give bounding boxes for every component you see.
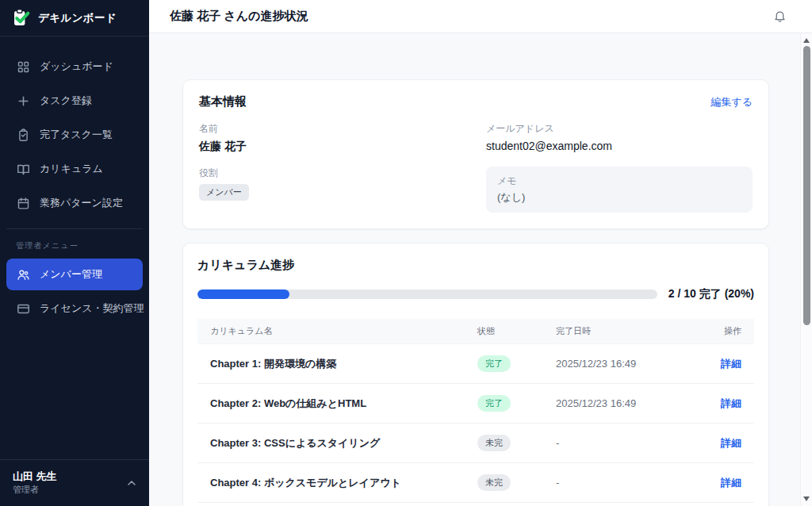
table-row: Chapter 2: Webの仕組みとHTML 完了 2025/12/23 16…	[197, 384, 754, 424]
detail-link[interactable]: 詳細	[721, 436, 741, 450]
name-field: 名前 佐藤 花子	[199, 122, 465, 154]
completed-at-value: -	[543, 424, 705, 463]
status-badge: 完了	[477, 395, 511, 412]
column-header-action: 操作	[705, 319, 754, 344]
sidebar-item-member-management[interactable]: メンバー管理	[6, 259, 143, 290]
sidebar-item-license-management[interactable]: ライセンス・契約管理	[6, 293, 143, 324]
admin-menu-section: 管理者メニュー メンバー管理 ライセンス・契約管理	[6, 228, 143, 324]
status-badge: 未完	[477, 474, 511, 491]
curriculum-name: Chapter 3: CSSによるスタイリング	[197, 424, 465, 463]
scroll-down-icon[interactable]	[803, 496, 810, 501]
scroll-up-icon[interactable]	[803, 38, 810, 43]
page-title: 佐藤 花子 さんの進捗状況	[170, 9, 308, 24]
main-area: 佐藤 花子 さんの進捗状況 基本情報 編集する	[149, 0, 812, 506]
app-title: デキルンボード	[38, 11, 117, 25]
completed-at-value: -	[543, 503, 705, 506]
user-info: 山田 先生 管理者	[13, 470, 57, 496]
completed-at-value: -	[543, 463, 705, 503]
progress-row: 2 / 10 完了 (20%)	[197, 287, 754, 301]
sidebar-nav: ダッシュボード タスク登録 完了タスク一覧 カリキュラム 業務パターン設定 管理…	[0, 36, 149, 459]
plus-icon	[16, 94, 30, 108]
role-field: 役割 メンバー	[199, 167, 465, 201]
calendar-icon	[16, 196, 30, 210]
curriculum-name: Chapter 2: Webの仕組みとHTML	[197, 384, 465, 424]
sidebar-footer: 山田 先生 管理者	[0, 459, 149, 506]
sidebar-item-work-pattern[interactable]: 業務パターン設定	[6, 187, 143, 219]
clipboard-icon	[16, 128, 30, 142]
progress-label: 2 / 10 完了 (20%)	[668, 287, 754, 301]
user-name: 山田 先生	[13, 470, 57, 484]
sidebar-main-items: ダッシュボード タスク登録 完了タスク一覧 カリキュラム 業務パターン設定	[6, 51, 143, 219]
status-badge: 完了	[477, 355, 511, 372]
clipboard-check-logo-icon	[11, 8, 31, 28]
sidebar-item-dashboard[interactable]: ダッシュボード	[6, 51, 143, 82]
user-role: 管理者	[13, 484, 57, 496]
app-logo: デキルンボード	[0, 0, 149, 36]
table-row: Chapter 1: 開発環境の構築 完了 2025/12/23 16:49 詳…	[197, 344, 754, 384]
curriculum-table: カリキュラム名 状態 完了日時 操作 Chapter 1: 開発環境の構築 完了…	[197, 319, 754, 506]
memo-value: (なし)	[497, 190, 741, 205]
curriculum-name: Chapter 5: JavaScriptの基礎	[197, 503, 465, 506]
table-row: Chapter 4: ボックスモデルとレイアウト 未完 - 詳細	[197, 463, 754, 503]
admin-menu-label: 管理者メニュー	[6, 240, 143, 259]
name-value: 佐藤 花子	[199, 140, 465, 154]
column-header-completed-at: 完了日時	[543, 319, 705, 344]
basic-info-title: 基本情報	[199, 94, 247, 109]
app-window: デキルンボード ダッシュボード タスク登録 完了タスク一覧 カリキュラム 業務パ…	[0, 0, 812, 506]
curriculum-title: カリキュラム進捗	[197, 258, 754, 273]
email-field: メールアドレス student02@example.com	[486, 122, 753, 152]
topbar: 佐藤 花子 さんの進捗状況	[149, 0, 812, 33]
role-label: 役割	[199, 167, 465, 180]
sidebar: デキルンボード ダッシュボード タスク登録 完了タスク一覧 カリキュラム 業務パ…	[0, 0, 149, 506]
detail-link[interactable]: 詳細	[721, 357, 741, 371]
sidebar-item-completed-tasks[interactable]: 完了タスク一覧	[6, 119, 143, 151]
grid-icon	[16, 59, 30, 74]
name-label: 名前	[199, 122, 465, 136]
progress-fill	[197, 289, 289, 299]
chevron-up-icon[interactable]	[127, 480, 136, 486]
detail-link[interactable]: 詳細	[721, 476, 741, 490]
role-badge: メンバー	[199, 184, 249, 201]
memo-field: メモ (なし)	[486, 167, 753, 213]
table-header-row: カリキュラム名 状態 完了日時 操作	[197, 319, 754, 344]
card-icon	[16, 301, 30, 316]
table-row: Chapter 5: JavaScriptの基礎 未完 - 詳細	[197, 503, 754, 506]
curriculum-name: Chapter 1: 開発環境の構築	[197, 344, 465, 384]
detail-link[interactable]: 詳細	[721, 397, 741, 411]
column-header-name: カリキュラム名	[197, 319, 465, 344]
sidebar-admin-items: メンバー管理 ライセンス・契約管理	[6, 259, 143, 324]
completed-at-value: 2025/12/23 16:49	[543, 384, 705, 424]
vertical-scrollbar[interactable]	[800, 33, 812, 506]
book-icon	[16, 162, 30, 176]
scrollbar-thumb[interactable]	[803, 46, 810, 325]
edit-button[interactable]: 編集する	[710, 95, 753, 109]
table-row: Chapter 3: CSSによるスタイリング 未完 - 詳細	[197, 424, 754, 463]
column-header-status: 状態	[465, 319, 543, 344]
sidebar-item-curriculum[interactable]: カリキュラム	[6, 153, 143, 185]
progress-bar	[197, 289, 657, 299]
memo-label: メモ	[497, 174, 741, 188]
completed-at-value: 2025/12/23 16:49	[543, 344, 705, 384]
email-value: student02@example.com	[486, 140, 753, 152]
curriculum-progress-card: カリキュラム進捗 2 / 10 完了 (20%) カリキュラム名	[182, 243, 769, 506]
curriculum-name: Chapter 4: ボックスモデルとレイアウト	[197, 463, 465, 503]
email-label: メールアドレス	[486, 122, 753, 136]
sidebar-item-task-create[interactable]: タスク登録	[6, 85, 143, 117]
notification-bell-icon[interactable]	[770, 6, 790, 26]
basic-info-card: 基本情報 編集する 名前 佐藤 花子 メールアドレス student02@exa…	[182, 79, 769, 229]
status-badge: 未完	[477, 435, 511, 451]
users-icon	[16, 267, 30, 282]
content: 基本情報 編集する 名前 佐藤 花子 メールアドレス student02@exa…	[149, 33, 812, 506]
